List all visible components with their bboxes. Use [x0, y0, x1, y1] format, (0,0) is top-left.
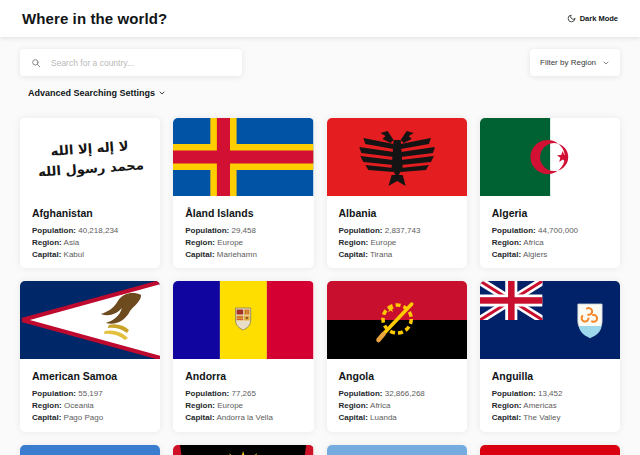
population-value: 13,452 — [538, 389, 562, 398]
region-value: Africa — [523, 238, 543, 247]
next-row-peek — [20, 445, 620, 455]
app-header: Where in the world? Dark Mode — [0, 0, 640, 37]
andorra-flag — [173, 281, 313, 359]
population-label: Population: — [32, 389, 76, 398]
region-filter-label: Filter by Region — [540, 58, 596, 67]
capital-row: Capital: Luanda — [339, 413, 455, 423]
region-label: Region: — [492, 401, 522, 410]
region-label: Region: — [339, 238, 369, 247]
region-row: Region: Europe — [185, 238, 301, 248]
country-name: Algeria — [492, 207, 608, 219]
card-body: Åland Islands Population: 29,458 Region:… — [173, 196, 313, 268]
country-card-american-samoa[interactable]: American Samoa Population: 55,197 Region… — [20, 281, 160, 431]
capital-label: Capital: — [339, 413, 368, 422]
region-label: Region: — [492, 238, 522, 247]
capital-value: Kabul — [64, 250, 84, 259]
region-value: Europe — [217, 238, 243, 247]
main-content: Filter by Region Advanced Searching Sett… — [0, 49, 640, 455]
population-row: Population: 55,197 — [32, 389, 148, 399]
capital-row: Capital: Kabul — [32, 250, 148, 260]
advanced-settings-label: Advanced Searching Settings — [28, 88, 155, 98]
algeria-flag — [480, 118, 620, 196]
region-label: Region: — [185, 238, 215, 247]
search-icon — [31, 58, 41, 68]
angola-flag — [327, 281, 467, 359]
card-body: Angola Population: 32,866,268 Region: Af… — [327, 359, 467, 431]
country-card-peek-armenia[interactable] — [480, 445, 620, 455]
population-row: Population: 44,700,000 — [492, 226, 608, 236]
card-body: Algeria Population: 44,700,000 Region: A… — [480, 196, 620, 268]
region-filter-dropdown[interactable]: Filter by Region — [530, 49, 620, 76]
region-row: Region: Europe — [339, 238, 455, 248]
region-value: Oceania — [64, 401, 94, 410]
albania-flag — [327, 118, 467, 196]
region-label: Region: — [185, 401, 215, 410]
region-row: Region: Africa — [339, 401, 455, 411]
card-body: Andorra Population: 77,265 Region: Europ… — [173, 359, 313, 431]
region-row: Region: Asia — [32, 238, 148, 248]
advanced-searching-settings-toggle[interactable]: Advanced Searching Settings — [28, 88, 166, 98]
population-label: Population: — [185, 226, 229, 235]
country-name: American Samoa — [32, 370, 148, 382]
chevron-down-icon — [602, 59, 610, 67]
capital-row: Capital: Mariehamn — [185, 250, 301, 260]
capital-row: Capital: The Valley — [492, 413, 608, 423]
antarctica-flag — [20, 445, 160, 455]
country-card-peek-antarctica[interactable] — [20, 445, 160, 455]
moon-icon — [567, 14, 576, 23]
population-value: 32,866,268 — [385, 389, 425, 398]
capital-value: Tirana — [370, 250, 392, 259]
dark-mode-label: Dark Mode — [580, 14, 618, 23]
population-value: 55,197 — [78, 389, 102, 398]
capital-label: Capital: — [185, 413, 214, 422]
capital-value: Luanda — [370, 413, 397, 422]
region-label: Region: — [32, 401, 62, 410]
country-name: Albania — [339, 207, 455, 219]
anguilla-flag — [480, 281, 620, 359]
region-row: Region: Americas — [492, 401, 608, 411]
capital-value: Pago Pago — [64, 413, 104, 422]
region-label: Region: — [32, 238, 62, 247]
antigua-and-barbuda-flag — [173, 445, 313, 455]
country-card-andorra[interactable]: Andorra Population: 77,265 Region: Europ… — [173, 281, 313, 431]
country-card-afghanistan[interactable]: لا إله إلا الله محمد رسول الله Afghanist… — [20, 118, 160, 268]
capital-row: Capital: Tirana — [339, 250, 455, 260]
aland-islands-flag — [173, 118, 313, 196]
card-body: American Samoa Population: 55,197 Region… — [20, 359, 160, 431]
capital-label: Capital: — [185, 250, 214, 259]
population-label: Population: — [339, 226, 383, 235]
country-card-angola[interactable]: Angola Population: 32,866,268 Region: Af… — [327, 281, 467, 431]
region-value: Americas — [523, 401, 556, 410]
population-label: Population: — [492, 389, 536, 398]
region-value: Europe — [371, 238, 397, 247]
card-body: Albania Population: 2,837,743 Region: Eu… — [327, 196, 467, 268]
country-card-peek-antigua-and-barbuda[interactable] — [173, 445, 313, 455]
population-value: 2,837,743 — [385, 226, 421, 235]
capital-row: Capital: Andorra la Vella — [185, 413, 301, 423]
region-value: Africa — [370, 401, 390, 410]
population-row: Population: 29,458 — [185, 226, 301, 236]
population-row: Population: 32,866,268 — [339, 389, 455, 399]
country-card-albania[interactable]: Albania Population: 2,837,743 Region: Eu… — [327, 118, 467, 268]
region-label: Region: — [339, 401, 369, 410]
population-row: Population: 40,218,234 — [32, 226, 148, 236]
country-card-anguilla[interactable]: Anguilla Population: 13,452 Region: Amer… — [480, 281, 620, 431]
country-card-algeria[interactable]: Algeria Population: 44,700,000 Region: A… — [480, 118, 620, 268]
country-card-grid: لا إله إلا الله محمد رسول الله Afghanist… — [20, 118, 620, 432]
capital-value: The Valley — [523, 413, 560, 422]
page-title: Where in the world? — [22, 10, 167, 27]
region-row: Region: Europe — [185, 401, 301, 411]
search-input[interactable] — [49, 57, 231, 69]
capital-label: Capital: — [32, 413, 61, 422]
argentina-flag — [327, 445, 467, 455]
country-card-aland-islands[interactable]: Åland Islands Population: 29,458 Region:… — [173, 118, 313, 268]
population-row: Population: 13,452 — [492, 389, 608, 399]
population-value: 40,218,234 — [78, 226, 118, 235]
population-label: Population: — [32, 226, 76, 235]
controls-row: Filter by Region — [20, 49, 620, 76]
country-card-peek-argentina[interactable] — [327, 445, 467, 455]
dark-mode-toggle[interactable]: Dark Mode — [567, 14, 618, 23]
chevron-down-icon — [158, 89, 166, 97]
population-row: Population: 77,265 — [185, 389, 301, 399]
country-name: Anguilla — [492, 370, 608, 382]
